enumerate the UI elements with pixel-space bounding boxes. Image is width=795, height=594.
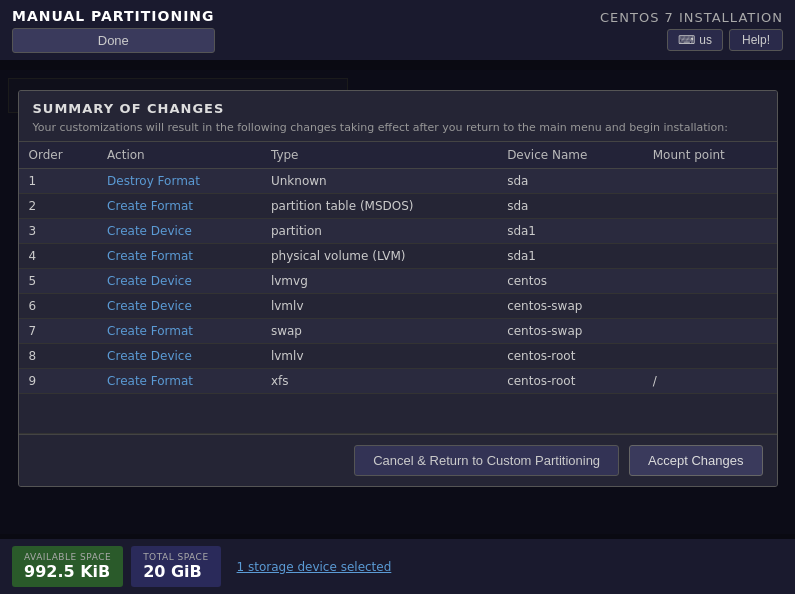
cell-action: Create Format (97, 194, 261, 219)
total-space-badge: TOTAL SPACE 20 GiB (131, 546, 220, 587)
top-bar-left: MANUAL PARTITIONING Done (12, 8, 215, 53)
cell-action: Create Device (97, 344, 261, 369)
cell-action: Create Device (97, 294, 261, 319)
total-label: TOTAL SPACE (143, 552, 208, 562)
cell-action: Create Format (97, 244, 261, 269)
cell-type: xfs (261, 369, 497, 394)
install-title: CENTOS 7 INSTALLATION (600, 10, 783, 25)
cell-type: partition (261, 219, 497, 244)
cell-order: 2 (19, 194, 98, 219)
table-header-row: Order Action Type Device Name Mount poin… (19, 142, 777, 169)
cell-order: 4 (19, 244, 98, 269)
modal-subtitle: Your customizations will result in the f… (33, 120, 763, 135)
table-spacer-row (19, 394, 777, 434)
lang-help-area: ⌨ us Help! (667, 29, 783, 51)
table-row: 2Create Formatpartition table (MSDOS)sda (19, 194, 777, 219)
table-row: 4Create Formatphysical volume (LVM)sda1 (19, 244, 777, 269)
cell-action: Create Device (97, 269, 261, 294)
col-type: Type (261, 142, 497, 169)
cell-action: Destroy Format (97, 169, 261, 194)
cell-order: 3 (19, 219, 98, 244)
table-row: 7Create Formatswapcentos-swap (19, 319, 777, 344)
cell-order: 9 (19, 369, 98, 394)
accept-button[interactable]: Accept Changes (629, 445, 762, 476)
cell-mount (643, 194, 777, 219)
table-row: 6Create Devicelvmlvcentos-swap (19, 294, 777, 319)
col-action: Action (97, 142, 261, 169)
cell-order: 6 (19, 294, 98, 319)
bottom-bar: AVAILABLE SPACE 992.5 KiB TOTAL SPACE 20… (0, 539, 795, 594)
cell-device: sda (497, 194, 643, 219)
cell-device: centos-root (497, 369, 643, 394)
cell-mount (643, 219, 777, 244)
cell-order: 8 (19, 344, 98, 369)
cell-mount (643, 344, 777, 369)
top-bar: MANUAL PARTITIONING Done CENTOS 7 INSTAL… (0, 0, 795, 57)
top-bar-right: CENTOS 7 INSTALLATION ⌨ us Help! (600, 10, 783, 51)
cell-mount (643, 294, 777, 319)
changes-table: Order Action Type Device Name Mount poin… (19, 142, 777, 434)
modal-body: Order Action Type Device Name Mount poin… (19, 142, 777, 434)
done-button[interactable]: Done (12, 28, 215, 53)
cell-mount (643, 169, 777, 194)
table-row: 8Create Devicelvmlvcentos-root (19, 344, 777, 369)
summary-modal: SUMMARY OF CHANGES Your customizations w… (18, 90, 778, 487)
cell-order: 1 (19, 169, 98, 194)
cell-device: centos-swap (497, 319, 643, 344)
cell-order: 7 (19, 319, 98, 344)
cell-mount (643, 244, 777, 269)
avail-label: AVAILABLE SPACE (24, 552, 111, 562)
modal-header: SUMMARY OF CHANGES Your customizations w… (19, 91, 777, 142)
available-space-badge: AVAILABLE SPACE 992.5 KiB (12, 546, 123, 587)
col-device: Device Name (497, 142, 643, 169)
cell-device: sda1 (497, 219, 643, 244)
app-title: MANUAL PARTITIONING (12, 8, 215, 24)
col-mount: Mount point (643, 142, 777, 169)
storage-link[interactable]: 1 storage device selected (237, 560, 392, 574)
cell-type: Unknown (261, 169, 497, 194)
cell-device: centos-root (497, 344, 643, 369)
cell-order: 5 (19, 269, 98, 294)
help-button[interactable]: Help! (729, 29, 783, 51)
cell-device: centos (497, 269, 643, 294)
cell-action: Create Format (97, 319, 261, 344)
cell-type: swap (261, 319, 497, 344)
table-row: 3Create Devicepartitionsda1 (19, 219, 777, 244)
keyboard-icon: ⌨ (678, 33, 695, 47)
table-row: 9Create Formatxfscentos-root/ (19, 369, 777, 394)
col-order: Order (19, 142, 98, 169)
cell-device: sda (497, 169, 643, 194)
modal-footer: Cancel & Return to Custom Partitioning A… (19, 434, 777, 486)
cell-action: Create Format (97, 369, 261, 394)
lang-label: us (699, 33, 712, 47)
cell-mount: / (643, 369, 777, 394)
table-row: 5Create Devicelvmvgcentos (19, 269, 777, 294)
avail-value: 992.5 KiB (24, 562, 110, 581)
cell-type: lvmlv (261, 294, 497, 319)
language-button[interactable]: ⌨ us (667, 29, 723, 51)
cell-device: sda1 (497, 244, 643, 269)
table-row: 1Destroy FormatUnknownsda (19, 169, 777, 194)
cancel-button[interactable]: Cancel & Return to Custom Partitioning (354, 445, 619, 476)
total-value: 20 GiB (143, 562, 202, 581)
cell-action: Create Device (97, 219, 261, 244)
modal-title: SUMMARY OF CHANGES (33, 101, 763, 116)
cell-type: lvmlv (261, 344, 497, 369)
cell-mount (643, 319, 777, 344)
cell-type: lvmvg (261, 269, 497, 294)
modal-overlay: SUMMARY OF CHANGES Your customizations w… (0, 60, 795, 539)
cell-mount (643, 269, 777, 294)
cell-type: partition table (MSDOS) (261, 194, 497, 219)
cell-device: centos-swap (497, 294, 643, 319)
cell-type: physical volume (LVM) (261, 244, 497, 269)
